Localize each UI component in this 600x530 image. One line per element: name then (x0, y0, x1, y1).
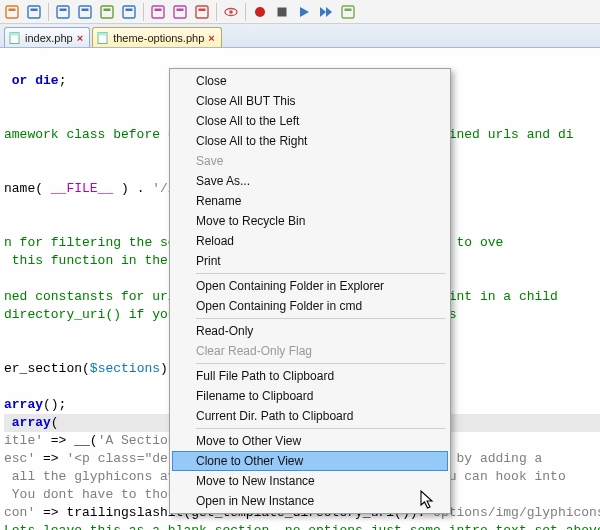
stop-macro-icon[interactable] (272, 2, 292, 22)
menu-item-move-to-other-view[interactable]: Move to Other View (172, 431, 448, 451)
code-token: __FILE__ (51, 181, 113, 196)
menu-item-move-to-new-instance[interactable]: Move to New Instance (172, 471, 448, 491)
tab-theme-options-php[interactable]: theme-options.php× (92, 27, 222, 47)
menu-item-rename[interactable]: Rename (172, 191, 448, 211)
svg-rect-4 (57, 6, 69, 18)
menu-item-clear-read-only-flag: Clear Read-Only Flag (172, 341, 448, 361)
menu-item-close-all-to-the-left[interactable]: Close All to the Left (172, 111, 448, 131)
record-macro-icon[interactable] (250, 2, 270, 22)
svg-rect-14 (174, 6, 186, 18)
svg-rect-12 (152, 6, 164, 18)
code-token: con' (4, 505, 35, 520)
menu-item-close-all-but-this[interactable]: Close All BUT This (172, 91, 448, 111)
code-token: itle' (4, 433, 43, 448)
svg-rect-6 (79, 6, 91, 18)
toolbar-separator (48, 3, 49, 21)
code-token: ; (59, 73, 67, 88)
eye-icon[interactable] (221, 2, 241, 22)
action-icon-2[interactable] (24, 2, 44, 22)
svg-rect-21 (278, 7, 287, 16)
close-icon[interactable]: × (208, 32, 214, 44)
menu-item-save-as[interactable]: Save As... (172, 171, 448, 191)
svg-rect-16 (196, 6, 208, 18)
toolbar (0, 0, 600, 24)
code-token: 'options/img/glyphicons. (425, 505, 600, 520)
menu-item-save: Save (172, 151, 448, 171)
code-token: esc' (4, 451, 35, 466)
svg-rect-9 (104, 8, 111, 11)
svg-rect-13 (155, 8, 162, 11)
svg-rect-3 (31, 8, 38, 11)
tab-label: theme-options.php (113, 32, 204, 44)
word-wrap-icon[interactable] (53, 2, 73, 22)
toolbar-separator (245, 3, 246, 21)
svg-rect-10 (123, 6, 135, 18)
menu-item-full-file-path-to-clipboard[interactable]: Full File Path to Clipboard (172, 366, 448, 386)
code-line[interactable]: Lets leave this as a blank section, no o… (4, 522, 600, 530)
monitor-icon[interactable] (75, 2, 95, 22)
menu-separator (196, 363, 446, 364)
menu-item-close-all-to-the-right[interactable]: Close All to the Right (172, 131, 448, 151)
code-token: ( (51, 415, 59, 430)
code-token: => __( (43, 433, 98, 448)
code-token: => (35, 451, 66, 466)
menu-item-reload[interactable]: Reload (172, 231, 448, 251)
menu-item-open-in-new-instance[interactable]: Open in New Instance (172, 491, 448, 511)
code-token: array (4, 415, 51, 430)
editor-viewport: or die; amework class before using it mu… (0, 48, 600, 530)
code-token: name( (4, 181, 51, 196)
multi-play-icon[interactable] (316, 2, 336, 22)
svg-rect-0 (6, 6, 18, 18)
menu-item-read-only[interactable]: Read-Only (172, 321, 448, 341)
svg-point-19 (229, 10, 233, 14)
menu-item-close[interactable]: Close (172, 71, 448, 91)
tab-label: index.php (25, 32, 73, 44)
svg-rect-25 (10, 32, 19, 35)
action-icon-1[interactable] (2, 2, 22, 22)
svg-rect-17 (199, 8, 206, 11)
toolbar-separator (216, 3, 217, 21)
folder-as-workspace-icon[interactable] (148, 2, 168, 22)
menu-item-move-to-recycle-bin[interactable]: Move to Recycle Bin (172, 211, 448, 231)
menu-item-current-dir-path-to-clipboard[interactable]: Current Dir. Path to Clipboard (172, 406, 448, 426)
code-token: $sections (90, 361, 160, 376)
code-token: ) . (113, 181, 152, 196)
svg-rect-11 (126, 8, 133, 11)
menu-separator (196, 428, 446, 429)
svg-rect-15 (177, 8, 184, 11)
doc-map-icon[interactable] (170, 2, 190, 22)
file-icon (9, 32, 21, 44)
menu-item-open-containing-folder-in-cmd[interactable]: Open Containing Folder in cmd (172, 296, 448, 316)
menu-item-print[interactable]: Print (172, 251, 448, 271)
svg-rect-22 (342, 6, 354, 18)
gutter-icon[interactable] (97, 2, 117, 22)
close-icon[interactable]: × (77, 32, 83, 44)
file-icon (97, 32, 109, 44)
code-token: array (4, 397, 43, 412)
menu-separator (196, 318, 446, 319)
tab-bar: index.php×theme-options.php× (0, 24, 600, 48)
svg-rect-8 (101, 6, 113, 18)
svg-rect-2 (28, 6, 40, 18)
code-token: die (27, 73, 58, 88)
svg-rect-1 (9, 8, 16, 11)
menu-item-filename-to-clipboard[interactable]: Filename to Clipboard (172, 386, 448, 406)
code-token: (); (43, 397, 66, 412)
menu-item-open-containing-folder-in-explorer[interactable]: Open Containing Folder in Explorer (172, 276, 448, 296)
indent-guide-icon[interactable] (119, 2, 139, 22)
svg-rect-5 (60, 8, 67, 11)
code-token: Lets leave this as a blank section, no o… (4, 523, 600, 530)
function-list-icon[interactable] (192, 2, 212, 22)
menu-separator (196, 273, 446, 274)
tab-context-menu: CloseClose All BUT ThisClose All to the … (169, 68, 451, 514)
save-macro-icon[interactable] (338, 2, 358, 22)
play-macro-icon[interactable] (294, 2, 314, 22)
svg-rect-27 (98, 32, 107, 35)
svg-point-20 (255, 7, 265, 17)
svg-rect-7 (82, 8, 89, 11)
svg-rect-23 (345, 8, 352, 11)
toolbar-separator (143, 3, 144, 21)
menu-item-clone-to-other-view[interactable]: Clone to Other View (172, 451, 448, 471)
code-token: er_section( (4, 361, 90, 376)
tab-index-php[interactable]: index.php× (4, 27, 90, 47)
